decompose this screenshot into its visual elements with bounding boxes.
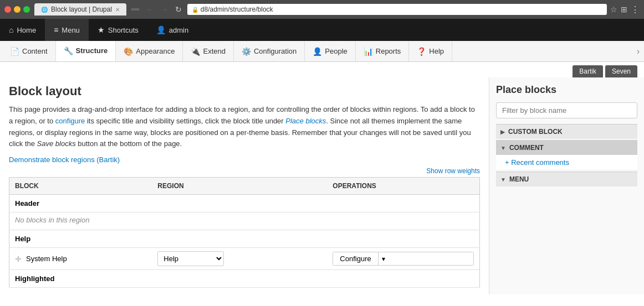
nav-tab-extend[interactable]: 🔌 Extend: [183, 41, 233, 61]
nav-tab-help-label: Help: [429, 47, 444, 55]
col-header-region: REGION: [152, 178, 327, 195]
configuration-icon: ⚙️: [242, 47, 251, 56]
nav-tab-configuration-label: Configuration: [254, 47, 297, 55]
chevron-right-icon-menu: ▼: [500, 177, 506, 183]
tab-title: Block layout | Drupal: [51, 6, 112, 13]
nav-scroll-arrow[interactable]: ›: [632, 41, 644, 61]
nav-tab-reports-label: Reports: [376, 47, 401, 55]
configure-button[interactable]: Configure: [333, 252, 378, 265]
back-button[interactable]: ←: [144, 4, 156, 15]
menu-icon: ≡: [54, 25, 58, 34]
nav-tab-people[interactable]: 👤 People: [305, 41, 355, 61]
toolbar-home-label: Home: [17, 26, 36, 34]
category-comment: ▼ COMMENT + Recent comments: [496, 140, 637, 170]
recent-comments-link[interactable]: + Recent comments: [505, 158, 569, 167]
empty-region-text: No blocks in this region: [9, 212, 480, 230]
region-highlighted-name: Highlighted: [9, 270, 480, 288]
new-tab-button[interactable]: [131, 8, 140, 11]
list-item-recent-comments: + Recent comments: [496, 155, 637, 170]
filter-by-block-input[interactable]: [496, 102, 637, 118]
nav-tab-structure-label: Structure: [76, 46, 108, 55]
address-bar[interactable]: 🔒 d8/admin/structure/block: [187, 4, 607, 15]
content-icon: 📄: [10, 47, 19, 56]
url-text: d8/admin/structure/block: [201, 6, 273, 13]
forward-button[interactable]: →: [159, 4, 171, 15]
theme-tab-seven[interactable]: Seven: [605, 65, 637, 77]
table-header-row: BLOCK REGION OPERATIONS: [9, 178, 480, 195]
tab-favicon-icon: 🌐: [41, 7, 48, 13]
nav-tab-content-label: Content: [22, 47, 48, 55]
chevron-right-icon: ▶: [500, 129, 505, 135]
close-window-button[interactable]: [4, 6, 11, 13]
bookmark-icon[interactable]: ☆: [610, 5, 617, 14]
nav-controls: ← → ↻: [144, 4, 184, 15]
demonstrate-regions-link[interactable]: Demonstrate block regions (Bartik): [9, 155, 120, 164]
region-header-name: Header: [9, 195, 480, 212]
block-table: BLOCK REGION OPERATIONS Header No blocks…: [9, 177, 480, 288]
region-help-name: Help: [9, 230, 480, 248]
chevron-down-icon: ▼: [500, 145, 506, 151]
table-row-empty-header: No blocks in this region: [9, 212, 480, 230]
toolbar-admin[interactable]: 👤 admin: [147, 19, 197, 41]
help-icon: ❓: [417, 47, 426, 56]
configure-dropdown-button[interactable]: ▾: [379, 252, 389, 265]
address-bar-row: ← → ↻ 🔒 d8/admin/structure/block ☆ ⊞ ⋮: [144, 4, 640, 15]
toolbar-home[interactable]: ⌂ Home: [0, 19, 45, 41]
browser-chrome: 🌐 Block layout | Drupal ✕ ← → ↻ 🔒 d8/adm…: [0, 0, 644, 19]
category-custom-block: ▶ CUSTOM BLOCK: [496, 124, 637, 139]
nav-tab-reports[interactable]: 📊 Reports: [356, 41, 410, 61]
category-comment-header[interactable]: ▼ COMMENT: [496, 140, 637, 155]
category-custom-block-header[interactable]: ▶ CUSTOM BLOCK: [496, 124, 637, 139]
appearance-icon: 🎨: [124, 47, 133, 56]
toolbar-shortcuts-label: Shortcuts: [108, 26, 139, 34]
col-header-operations: OPERATIONS: [327, 178, 479, 195]
theme-tabs: Bartik Seven: [0, 62, 644, 77]
nav-tab-configuration[interactable]: ⚙️ Configuration: [234, 41, 305, 61]
page-content: Block layout This page provides a drag-a…: [0, 77, 644, 294]
configure-link[interactable]: configure: [55, 117, 85, 125]
toolbar-shortcuts[interactable]: ★ Shortcuts: [89, 19, 147, 41]
row-weights-bar: Show row weights: [9, 164, 480, 177]
place-blocks-link[interactable]: Place blocks: [285, 117, 326, 125]
table-row-region-highlighted: Highlighted: [9, 270, 480, 288]
browser-tab[interactable]: 🌐 Block layout | Drupal ✕: [34, 3, 126, 15]
category-menu-header[interactable]: ▼ MENU: [496, 172, 637, 186]
block-region-cell: Help: [152, 248, 327, 270]
page-title: Block layout: [9, 84, 480, 98]
main-content: Block layout This page provides a drag-a…: [0, 77, 489, 294]
minimize-window-button[interactable]: [14, 6, 21, 13]
theme-tab-bartik-label: Bartik: [579, 68, 596, 75]
maximize-window-button[interactable]: [23, 6, 30, 13]
toolbar-admin-label: admin: [169, 26, 188, 34]
nav-tab-content[interactable]: 📄 Content: [2, 41, 56, 61]
nav-tab-structure[interactable]: 🔧 Structure: [56, 41, 116, 61]
lock-icon: 🔒: [192, 7, 198, 13]
home-icon: ⌂: [9, 25, 13, 34]
toolbar-menu[interactable]: ≡ Menu: [45, 19, 89, 41]
description-text: This page provides a drag-and-drop inter…: [9, 104, 480, 150]
table-row-region-help: Help: [9, 230, 480, 248]
show-row-weights-link[interactable]: Show row weights: [426, 167, 480, 175]
drag-handle-icon[interactable]: ✛: [15, 255, 22, 263]
secondary-nav: 📄 Content 🔧 Structure 🎨 Appearance 🔌 Ext…: [0, 41, 644, 62]
col-header-block: BLOCK: [9, 178, 152, 195]
theme-tab-seven-label: Seven: [612, 68, 631, 75]
theme-tab-bartik[interactable]: Bartik: [573, 65, 603, 77]
people-icon: 👤: [313, 47, 322, 56]
refresh-button[interactable]: ↻: [173, 4, 184, 15]
nav-tab-help[interactable]: ❓ Help: [409, 41, 452, 61]
sidebar: Place blocks ▶ CUSTOM BLOCK ▼ COMMENT + …: [489, 77, 644, 294]
nav-tab-appearance-label: Appearance: [136, 47, 175, 55]
extensions-icon[interactable]: ⊞: [621, 5, 627, 14]
toolbar-menu-label: Menu: [62, 26, 80, 34]
structure-icon: 🔧: [64, 46, 73, 55]
reports-icon: 📊: [364, 47, 373, 56]
region-select[interactable]: Help: [157, 251, 224, 266]
nav-tab-people-label: People: [325, 47, 347, 55]
tab-close-icon[interactable]: ✕: [115, 7, 120, 13]
browser-menu-icon[interactable]: ⋮: [631, 4, 640, 15]
configure-button-group: Configure ▾: [333, 252, 474, 266]
traffic-lights: [4, 6, 30, 13]
extend-icon: 🔌: [191, 47, 200, 56]
nav-tab-appearance[interactable]: 🎨 Appearance: [116, 41, 183, 61]
